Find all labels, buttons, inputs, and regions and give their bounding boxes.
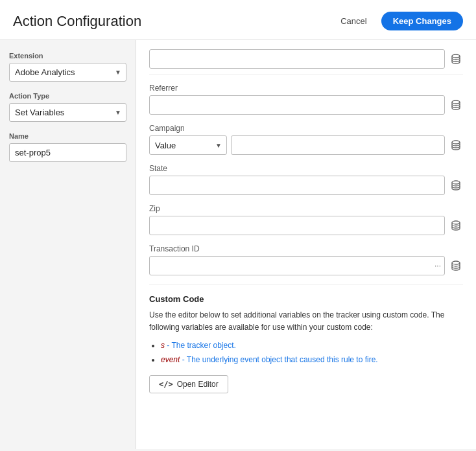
- state-field-row: State: [149, 164, 463, 195]
- zip-label: Zip: [149, 204, 463, 213]
- campaign-select-wrapper: Value Query Param ▼: [149, 135, 227, 155]
- code-var-s: s: [161, 341, 165, 350]
- referrer-field-row: Referrer: [149, 84, 463, 115]
- action-type-label: Action Type: [9, 92, 126, 100]
- list-item: event - The underlying event object that…: [161, 353, 463, 367]
- list-item: s - The tracker object.: [161, 339, 463, 353]
- page-title: Action Configuration: [13, 13, 141, 30]
- action-type-select-wrapper: Set Variables Send Beacon Clear Variable…: [9, 103, 126, 122]
- top-actions: Cancel Keep Changes: [333, 12, 463, 30]
- code-desc-event: - The underlying event object that cause…: [182, 355, 378, 364]
- top-field-input[interactable]: [149, 49, 445, 69]
- zip-input[interactable]: [149, 216, 445, 235]
- data-element-icon-referrer[interactable]: [449, 98, 463, 112]
- campaign-input[interactable]: [231, 135, 445, 155]
- referrer-label: Referrer: [149, 84, 463, 93]
- transaction-id-dots-button[interactable]: ···: [433, 261, 442, 270]
- transaction-input-wrapper: ···: [149, 256, 445, 275]
- top-field-input-group: [149, 49, 463, 69]
- transaction-id-field-row: Transaction ID ···: [149, 244, 463, 275]
- cancel-button[interactable]: Cancel: [333, 12, 374, 30]
- campaign-type-select[interactable]: Value Query Param: [149, 135, 227, 155]
- extension-select-wrapper: Adobe Analytics Core ▼: [9, 63, 126, 82]
- data-element-icon-zip[interactable]: [449, 218, 463, 233]
- referrer-input[interactable]: [149, 95, 445, 115]
- name-field-group: Name: [9, 132, 126, 162]
- campaign-input-group: Value Query Param ▼: [149, 135, 463, 155]
- custom-code-description: Use the editor below to set additional v…: [149, 309, 463, 334]
- referrer-input-group: [149, 95, 463, 115]
- top-field-row: [149, 49, 463, 75]
- zip-field-row: Zip: [149, 204, 463, 235]
- svg-point-2: [452, 141, 460, 144]
- campaign-label: Campaign: [149, 124, 463, 133]
- layout: Extension Adobe Analytics Core ▼ Action …: [0, 40, 476, 449]
- svg-point-5: [452, 261, 460, 264]
- code-icon: </>: [159, 380, 173, 389]
- action-type-field-group: Action Type Set Variables Send Beacon Cl…: [9, 92, 126, 122]
- svg-point-3: [452, 181, 460, 184]
- header: Action Configuration Cancel Keep Changes: [0, 0, 476, 40]
- action-type-select[interactable]: Set Variables Send Beacon Clear Variable…: [9, 103, 126, 122]
- data-element-icon-transaction[interactable]: [449, 259, 463, 273]
- main-content: Referrer Campaign Value: [136, 40, 476, 449]
- extension-select[interactable]: Adobe Analytics Core: [9, 63, 126, 82]
- svg-point-1: [452, 100, 460, 104]
- code-desc-s: - The tracker object.: [167, 341, 236, 350]
- svg-point-0: [452, 54, 460, 58]
- transaction-id-input-group: ···: [149, 256, 463, 275]
- zip-input-group: [149, 216, 463, 235]
- extension-label: Extension: [9, 52, 126, 60]
- data-element-icon-top[interactable]: [449, 52, 463, 66]
- state-label: State: [149, 164, 463, 173]
- name-input[interactable]: [9, 143, 126, 162]
- open-editor-button[interactable]: </> Open Editor: [149, 375, 228, 393]
- code-var-event: event: [161, 355, 180, 364]
- custom-code-variable-list: s - The tracker object. event - The unde…: [161, 339, 463, 367]
- name-label: Name: [9, 132, 126, 140]
- transaction-id-label: Transaction ID: [149, 244, 463, 253]
- svg-point-4: [452, 221, 460, 224]
- state-input[interactable]: [149, 176, 445, 195]
- extension-field-group: Extension Adobe Analytics Core ▼: [9, 52, 126, 82]
- custom-code-title: Custom Code: [149, 294, 463, 304]
- transaction-id-input[interactable]: [149, 256, 445, 275]
- sidebar: Extension Adobe Analytics Core ▼ Action …: [0, 40, 136, 449]
- keep-changes-button[interactable]: Keep Changes: [381, 12, 463, 30]
- open-editor-label: Open Editor: [177, 380, 219, 389]
- custom-code-section: Custom Code Use the editor below to set …: [149, 284, 463, 393]
- state-input-group: [149, 176, 463, 195]
- campaign-field-row: Campaign Value Query Param ▼: [149, 124, 463, 155]
- data-element-icon-state[interactable]: [449, 178, 463, 192]
- data-element-icon-campaign[interactable]: [449, 138, 463, 152]
